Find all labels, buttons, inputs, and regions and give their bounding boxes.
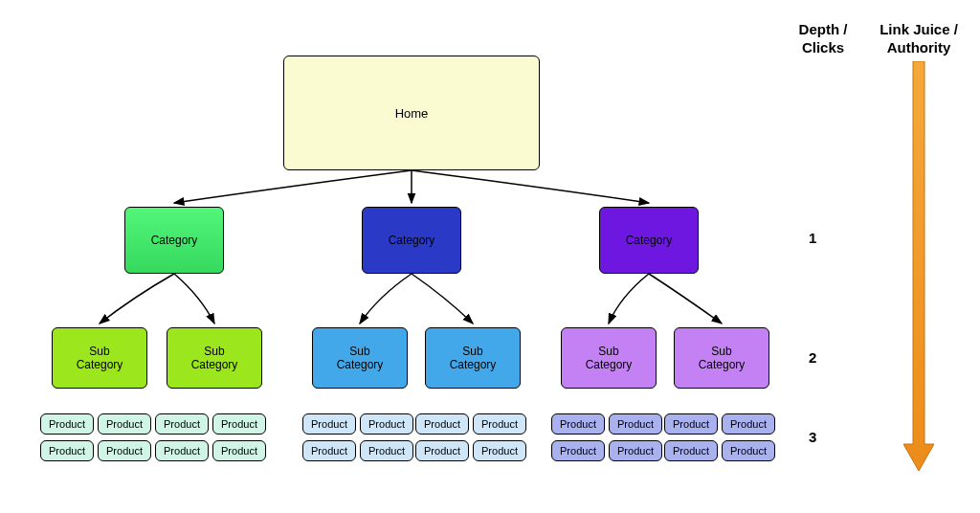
subcategory-node-6: Sub Category (674, 327, 769, 389)
product-label: Product (106, 418, 143, 430)
subcategory-node-1: Sub Category (52, 327, 147, 389)
product-node: Product (212, 413, 266, 435)
product-node: Product (155, 413, 209, 435)
product-node: Product (609, 413, 662, 435)
subcategory-node-4: Sub Category (425, 327, 521, 389)
home-label: Home (395, 106, 429, 121)
product-label: Product (730, 418, 767, 430)
product-node: Product (551, 413, 605, 435)
diagram-stage: Home Category Category Category Sub Cate… (0, 0, 980, 513)
product-node: Product (415, 440, 469, 461)
product-label: Product (164, 418, 200, 430)
product-node: Product (302, 440, 356, 461)
product-node: Product (473, 440, 526, 461)
product-node: Product (609, 440, 662, 461)
subcategory-label: Sub Category (586, 345, 633, 372)
product-node: Product (551, 440, 605, 461)
product-label: Product (673, 445, 709, 457)
product-label: Product (49, 445, 85, 457)
product-label: Product (673, 418, 709, 430)
product-label: Product (368, 445, 405, 457)
product-label: Product (221, 418, 257, 430)
authority-arrow-icon (903, 61, 934, 473)
category-label: Category (151, 234, 198, 247)
product-node: Product (360, 440, 413, 461)
product-label: Product (221, 445, 257, 457)
product-label: Product (560, 445, 596, 457)
product-label: Product (311, 418, 347, 430)
product-label: Product (49, 418, 85, 430)
product-label: Product (730, 445, 767, 457)
product-node: Product (98, 413, 151, 435)
product-node: Product (155, 440, 209, 461)
product-label: Product (560, 418, 596, 430)
subcategory-label: Sub Category (77, 345, 123, 372)
product-label: Product (424, 418, 460, 430)
product-node: Product (40, 413, 94, 435)
product-node: Product (302, 413, 356, 435)
product-label: Product (481, 418, 518, 430)
home-node: Home (283, 56, 540, 170)
category-label: Category (626, 234, 673, 247)
category-node-3: Category (599, 207, 699, 274)
subcategory-node-2: Sub Category (167, 327, 262, 389)
subcategory-label: Sub Category (337, 345, 384, 372)
product-label: Product (164, 445, 200, 457)
category-label: Category (389, 234, 435, 247)
subcategory-label: Sub Category (450, 345, 497, 372)
product-node: Product (722, 413, 775, 435)
product-node: Product (664, 440, 718, 461)
depth-label-3: 3 (809, 429, 816, 445)
product-node: Product (98, 440, 151, 461)
product-label: Product (106, 445, 143, 457)
product-node: Product (415, 413, 469, 435)
subcategory-node-3: Sub Category (312, 327, 408, 389)
product-node: Product (212, 440, 266, 461)
category-node-2: Category (362, 207, 461, 274)
product-label: Product (617, 445, 654, 457)
product-label: Product (481, 445, 518, 457)
header-link-juice: Link Juice / Authority (871, 21, 967, 57)
product-node: Product (664, 413, 718, 435)
product-label: Product (368, 418, 405, 430)
product-node: Product (40, 440, 94, 461)
product-label: Product (424, 445, 460, 457)
category-node-1: Category (124, 207, 224, 274)
depth-label-2: 2 (809, 349, 816, 366)
header-depth-clicks: Depth / Clicks (790, 21, 857, 57)
product-node: Product (360, 413, 413, 435)
product-label: Product (311, 445, 347, 457)
product-label: Product (617, 418, 654, 430)
subcategory-node-5: Sub Category (561, 327, 657, 389)
subcategory-label: Sub Category (191, 345, 238, 372)
product-node: Product (473, 413, 526, 435)
product-node: Product (722, 440, 775, 461)
depth-label-1: 1 (809, 230, 816, 246)
subcategory-label: Sub Category (699, 345, 746, 372)
